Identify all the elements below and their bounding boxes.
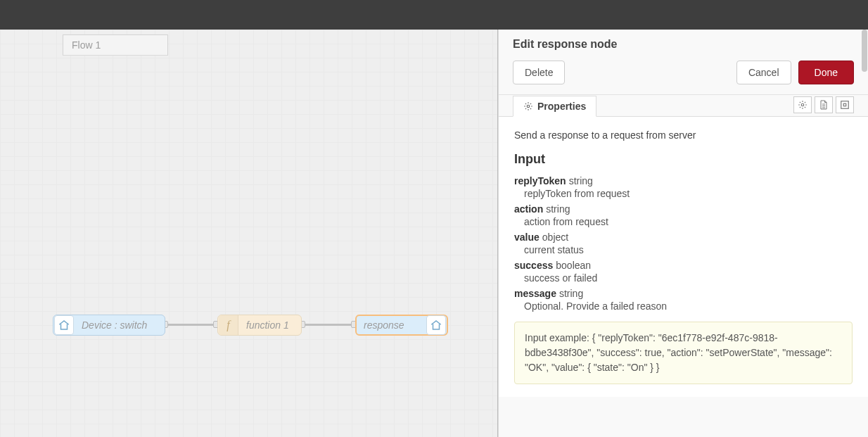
field-desc: replyToken from request [524, 188, 853, 199]
node-editor-panel: Edit response node Delete Cancel Done Pr… [498, 30, 868, 437]
flow-tab-label: Flow 1 [72, 39, 101, 51]
input-example: Input example: { "replyToken": "6ec1f778… [514, 322, 853, 384]
scrollbar-thumb[interactable] [862, 30, 867, 72]
button-label: Done [815, 67, 838, 78]
field-desc: action from request [524, 216, 853, 227]
node-label: response [357, 319, 411, 331]
wire [302, 324, 355, 326]
settings-button[interactable] [793, 96, 812, 113]
document-icon [819, 100, 828, 110]
field-desc: current status [524, 244, 853, 255]
flow-canvas[interactable]: Flow 1 Device : switch f function 1 resp… [0, 30, 498, 437]
input-definitions: replyTokenstring replyToken from request… [514, 175, 853, 312]
field-desc: Optional. Provide a failed reason [524, 300, 853, 312]
properties-tab[interactable]: Properties [513, 96, 596, 117]
svg-rect-2 [841, 101, 849, 109]
node-function[interactable]: f function 1 [217, 315, 302, 336]
input-heading: Input [514, 152, 853, 167]
node-label: Device : switch [75, 319, 154, 331]
home-icon [54, 315, 74, 335]
field-name: replyTokenstring [514, 175, 853, 186]
wire [165, 324, 217, 326]
appearance-button[interactable] [836, 96, 854, 113]
button-label: Delete [525, 67, 553, 78]
home-icon [426, 315, 446, 335]
document-button[interactable] [815, 96, 833, 113]
field-name: valueobject [514, 232, 853, 243]
button-label: Cancel [748, 67, 779, 78]
field-desc: success or failed [524, 272, 853, 284]
node-description: Send a response to a request from server [514, 129, 853, 141]
node-response[interactable]: response [355, 315, 448, 336]
function-icon: f [219, 315, 238, 335]
svg-rect-3 [843, 103, 846, 106]
tab-label: Properties [537, 101, 586, 112]
flow-tab[interactable]: Flow 1 [63, 34, 168, 56]
svg-point-0 [527, 105, 530, 108]
gear-icon [798, 100, 808, 110]
editor-actions: Delete Cancel Done [499, 56, 868, 95]
editor-tab-row: Properties [499, 95, 868, 117]
title-bar [0, 0, 868, 30]
cancel-button[interactable]: Cancel [736, 61, 791, 84]
node-device[interactable]: Device : switch [53, 315, 165, 336]
field-name: actionstring [514, 203, 853, 215]
target-icon [840, 100, 850, 110]
field-name: messagestring [514, 288, 853, 299]
properties-body: Send a response to a request from server… [499, 117, 868, 397]
done-button[interactable]: Done [798, 61, 854, 84]
gear-icon [523, 101, 533, 111]
delete-button[interactable]: Delete [513, 61, 565, 84]
field-name: successboolean [514, 260, 853, 271]
canvas-dimmer [0, 30, 497, 437]
svg-point-1 [801, 103, 804, 106]
node-label: function 1 [239, 319, 296, 331]
editor-title: Edit response node [499, 30, 868, 56]
